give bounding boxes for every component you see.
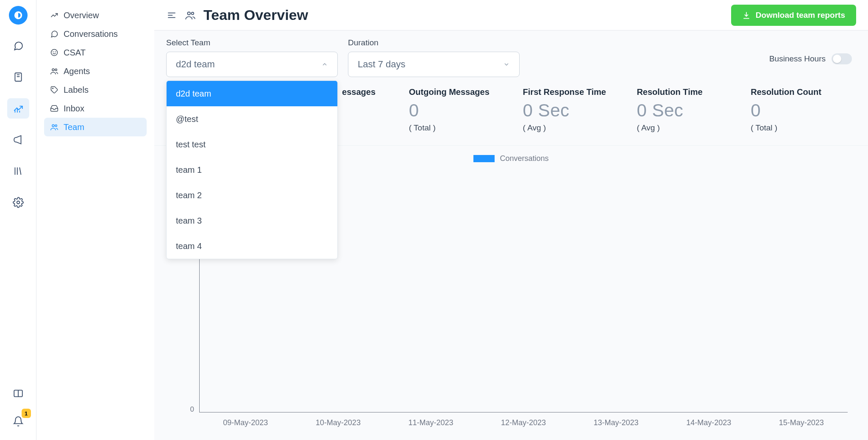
rail-campaigns[interactable] [7,130,29,150]
svg-point-19 [55,125,57,127]
metric-title: First Response Time [523,87,629,97]
sidebar-item-inbox[interactable]: Inbox [44,99,147,118]
rail-conversations[interactable] [7,36,29,56]
filters-bar: Select Team d2d team Duration Last 7 day… [154,30,868,85]
sidebar-item-overview[interactable]: Overview [44,6,147,25]
notification-count-badge: 1 [22,409,31,418]
metric-sub: ( Total ) [409,123,515,133]
library-icon [13,166,24,177]
inbox-icon [50,104,58,113]
metric-value: 0 [751,100,856,121]
team-select[interactable]: d2d team [166,52,338,77]
metric-resolution-count[interactable]: Resolution Count 0 ( Total ) [751,87,856,133]
duration-select-value: Last 7 days [358,59,406,70]
sidebar-item-label: Overview [64,11,99,20]
sidebar-item-label: Agents [64,66,90,76]
duration-filter-label: Duration [348,38,520,47]
collapse-icon[interactable] [166,10,177,21]
gear-icon [13,197,24,208]
team-icon [185,10,196,21]
sidebar-item-labels[interactable]: Labels [44,80,147,99]
metric-sub: ( Avg ) [637,123,742,133]
legend-label: Conversations [500,154,548,163]
svg-point-17 [53,88,53,89]
megaphone-icon [13,134,24,145]
x-tick: 09-May-2023 [199,418,292,427]
metric-title: Resolution Count [751,87,856,97]
team-option[interactable]: team 3 [167,208,337,233]
business-hours-label: Business Hours [769,54,826,64]
svg-point-14 [55,52,56,52]
chat-icon [50,30,58,38]
rail-settings[interactable] [7,192,29,213]
sidebar-item-label: Inbox [64,104,84,113]
rail-library[interactable] [7,161,29,181]
sidebar-item-csat[interactable]: CSAT [44,43,147,62]
x-tick: 10-May-2023 [292,418,385,427]
svg-line-8 [19,167,21,174]
sidebar-item-label: Team [64,122,84,132]
team-option[interactable]: test test [167,132,337,157]
download-icon [742,11,751,19]
app-logo[interactable] [9,6,28,25]
svg-point-24 [192,12,194,14]
bell-icon [13,416,24,427]
rail-reports[interactable] [7,98,29,119]
rail-docs[interactable] [7,383,29,404]
logo-icon [14,11,23,20]
download-button-label: Download team reports [756,11,845,20]
team-option[interactable]: @test [167,106,337,132]
smiley-icon [50,48,58,57]
team-option[interactable]: d2d team [167,81,337,106]
metric-value: 0 Sec [523,100,629,121]
metric-outgoing[interactable]: Outgoing Messages 0 ( Total ) [409,87,515,133]
main-content: Team Overview Download team reports Sele… [154,0,868,440]
duration-select[interactable]: Last 7 days [348,52,520,77]
overview-icon [50,11,58,19]
sidebar-item-label: Conversations [64,29,118,39]
metric-resolution-time[interactable]: Resolution Time 0 Sec ( Avg ) [637,87,742,133]
svg-point-23 [188,12,191,15]
chat-icon [13,40,24,51]
chevron-down-icon [503,61,510,68]
y-tick: 0 [190,405,194,414]
x-tick: 14-May-2023 [662,418,755,427]
team-select-dropdown: d2d team @test test test team 1 team 2 t… [166,80,338,259]
chart-x-axis: 09-May-2023 10-May-2023 11-May-2023 12-M… [199,412,848,427]
svg-point-13 [53,52,53,52]
sidebar-item-agents[interactable]: Agents [44,62,147,80]
nav-rail: 1 [0,0,36,440]
rail-notifications[interactable]: 1 [7,411,29,432]
people-icon [50,67,58,75]
sidebar-item-label: Labels [64,85,89,95]
svg-rect-0 [15,73,21,81]
x-tick: 15-May-2023 [755,418,848,427]
business-hours-toggle[interactable] [832,53,852,64]
metric-sub: ( Avg ) [523,123,629,133]
x-tick: 12-May-2023 [477,418,570,427]
team-option[interactable]: team 4 [167,233,337,259]
sidebar-item-label: CSAT [64,48,86,58]
metric-value: 0 [409,100,515,121]
chart-up-icon [13,103,24,114]
svg-point-15 [52,69,54,71]
download-reports-button[interactable]: Download team reports [731,5,856,26]
metric-value: 0 Sec [637,100,742,121]
book-icon [13,72,24,83]
team-option[interactable]: team 2 [167,183,337,208]
rail-contacts[interactable] [7,67,29,87]
team-filter-label: Select Team [166,38,338,47]
sidebar-item-conversations[interactable]: Conversations [44,25,147,43]
page-title: Team Overview [203,7,308,23]
docs-icon [13,388,24,399]
team-option[interactable]: team 1 [167,157,337,183]
svg-point-18 [52,125,54,127]
svg-point-9 [17,201,19,204]
x-tick: 11-May-2023 [384,418,477,427]
chevron-up-icon [321,61,328,68]
metric-sub: ( Total ) [751,123,856,133]
sidebar-item-team[interactable]: Team [44,118,147,136]
team-select-value: d2d team [176,59,215,70]
tag-icon [50,86,58,94]
metric-first-response[interactable]: First Response Time 0 Sec ( Avg ) [523,87,629,133]
